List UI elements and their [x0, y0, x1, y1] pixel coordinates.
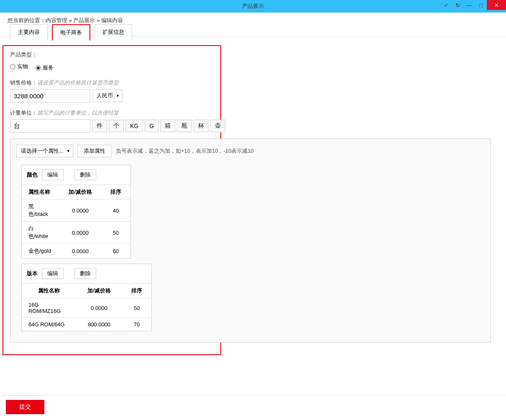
attr-version-header: 版本 编辑 删除	[22, 268, 151, 283]
attr-version-table: 属性名称 加/减价格 排序 16G ROM/MZ16G0.000050 64G …	[22, 283, 151, 331]
unit-btn-4[interactable]: 箱	[160, 120, 175, 132]
price-input[interactable]	[10, 89, 90, 102]
col-name: 属性名称	[22, 284, 76, 298]
unit-btn-7[interactable]: 壶	[210, 120, 225, 132]
unit-label-row: 计量单位：填写产品的计量单位，以方便结算	[10, 109, 214, 117]
refresh-icon[interactable]: ↻	[452, 0, 463, 10]
price-label-row: 销售价格：请设置产品的价格及计算货币类型	[10, 79, 214, 87]
price-hint: 请设置产品的价格及计算货币类型	[37, 79, 119, 86]
breadcrumb-part2[interactable]: 产品展示	[73, 17, 95, 23]
radio-physical[interactable]: 实物	[10, 63, 28, 70]
tab-ecommerce[interactable]: 电子商务	[52, 24, 90, 41]
radio-physical-circle	[10, 64, 15, 69]
attr-block-color: 颜色 编辑 删除 属性名称 加/减价格 排序 黑色/black0.000040 …	[21, 165, 131, 259]
cell-name: 64G ROM/64G	[22, 318, 76, 331]
cell-name: 黑色/black	[22, 200, 59, 222]
attribute-select[interactable]: 请选择一个属性...	[16, 145, 73, 157]
cell-price: 0.0000	[76, 298, 122, 318]
unit-row: 件 个 KG G 箱 瓶 杯 壶	[10, 119, 214, 133]
add-attribute-button[interactable]: 添加属性	[77, 145, 112, 157]
attribute-select-text: 请选择一个属性...	[21, 147, 64, 155]
breadcrumb-sep2: »	[95, 17, 101, 23]
unit-label: 计量单位：	[10, 110, 37, 116]
col-sort: 排序	[101, 185, 130, 200]
unit-btn-5[interactable]: 瓶	[177, 120, 192, 132]
table-header-row: 属性名称 加/减价格 排序	[22, 185, 130, 200]
attr-version-delete[interactable]: 删除	[74, 268, 96, 279]
radio-physical-label: 实物	[17, 63, 28, 70]
radio-service-circle	[36, 65, 41, 71]
submit-button[interactable]: 提交	[6, 400, 44, 414]
attribute-hint: 负号表示减，返之为加，如+10，表示加10，-10表示减10	[116, 147, 254, 155]
table-row: 16G ROM/MZ16G0.000050	[22, 298, 151, 318]
price-row: 人民币	[10, 89, 214, 102]
radio-service-label: 服务	[43, 64, 54, 72]
window-title: 产品展示	[242, 3, 264, 10]
cell-price: 800.0000	[76, 318, 122, 331]
footer: 提交	[0, 395, 506, 420]
cell-sort: 50	[101, 222, 130, 244]
currency-select[interactable]: 人民币	[93, 90, 123, 102]
attr-color-edit[interactable]: 编辑	[42, 169, 64, 180]
cell-name: 16G ROM/MZ16G	[22, 298, 76, 318]
unit-btn-2[interactable]: KG	[125, 120, 143, 132]
table-row: 64G ROM/64G800.000070	[22, 318, 151, 331]
currency-value: 人民币	[97, 92, 113, 100]
unit-btn-1[interactable]: 个	[109, 120, 124, 132]
window-controls: ⤢ ↻ — □ ✕	[440, 0, 506, 13]
radio-service[interactable]: 服务	[36, 64, 54, 72]
attr-color-header: 颜色 编辑 删除	[22, 169, 130, 184]
breadcrumb-sep1: »	[67, 17, 73, 23]
attr-version-title: 版本	[27, 270, 38, 277]
product-type-label: 产品类型：	[10, 51, 214, 59]
attr-version-edit[interactable]: 编辑	[42, 268, 64, 279]
cell-price: 0.0000	[59, 200, 101, 222]
cell-price: 0.0000	[59, 244, 101, 259]
cell-price: 0.0000	[59, 222, 101, 244]
col-name: 属性名称	[22, 185, 59, 200]
cell-name: 白色/white	[22, 222, 59, 244]
close-icon[interactable]: ✕	[487, 0, 506, 10]
table-row: 黑色/black0.000040	[22, 200, 130, 222]
unit-btn-3[interactable]: G	[145, 120, 158, 132]
table-row: 金色/gold0.000060	[22, 244, 130, 259]
attr-block-version: 版本 编辑 删除 属性名称 加/减价格 排序 16G ROM/MZ16G0.00…	[21, 264, 152, 331]
cell-sort: 70	[122, 318, 151, 331]
col-price: 加/减价格	[59, 185, 101, 200]
collapse-icon[interactable]: ⤢	[440, 0, 452, 10]
price-label: 销售价格：	[10, 79, 37, 86]
ecommerce-panel: 产品类型： 实物 服务 销售价格：请设置产品的价格及计算货币类型 人民币 计量单…	[3, 45, 221, 355]
cell-sort: 50	[122, 298, 151, 318]
unit-btn-0[interactable]: 件	[92, 120, 107, 132]
tabs: 主要内容 电子商务 扩展信息	[0, 24, 506, 40]
table-row: 白色/white0.000050	[22, 222, 130, 244]
tab-main[interactable]: 主要内容	[10, 24, 48, 41]
attr-color-delete[interactable]: 删除	[74, 169, 96, 180]
table-header-row: 属性名称 加/减价格 排序	[22, 284, 151, 298]
attr-color-table: 属性名称 加/减价格 排序 黑色/black0.000040 白色/white0…	[22, 184, 130, 258]
attribute-section: 请选择一个属性... 添加属性 负号表示减，返之为加，如+10，表示加10，-1…	[10, 138, 491, 343]
cell-sort: 60	[101, 244, 130, 259]
cell-name: 金色/gold	[22, 244, 59, 259]
unit-input[interactable]	[10, 119, 90, 133]
minimize-icon[interactable]: —	[463, 0, 475, 10]
breadcrumb-prefix: 您当前的位置：	[8, 17, 46, 23]
product-type-radios: 实物 服务	[10, 63, 214, 72]
unit-hint: 填写产品的计量单位，以方便结算	[37, 110, 119, 116]
attr-color-title: 颜色	[27, 171, 38, 179]
cell-sort: 40	[101, 200, 130, 222]
col-price: 加/减价格	[76, 284, 122, 298]
maximize-icon[interactable]: □	[475, 0, 487, 10]
window-titlebar: 产品展示 ⤢ ↻ — □ ✕	[0, 0, 506, 13]
unit-btn-6[interactable]: 杯	[194, 120, 209, 132]
col-sort: 排序	[122, 284, 151, 298]
attribute-toolbar: 请选择一个属性... 添加属性 负号表示减，返之为加，如+10，表示加10，-1…	[16, 145, 485, 157]
breadcrumb-part3: 编辑内容	[101, 17, 123, 23]
tab-extend[interactable]: 扩展信息	[95, 24, 132, 41]
breadcrumb-part1[interactable]: 内容管理	[46, 17, 67, 23]
